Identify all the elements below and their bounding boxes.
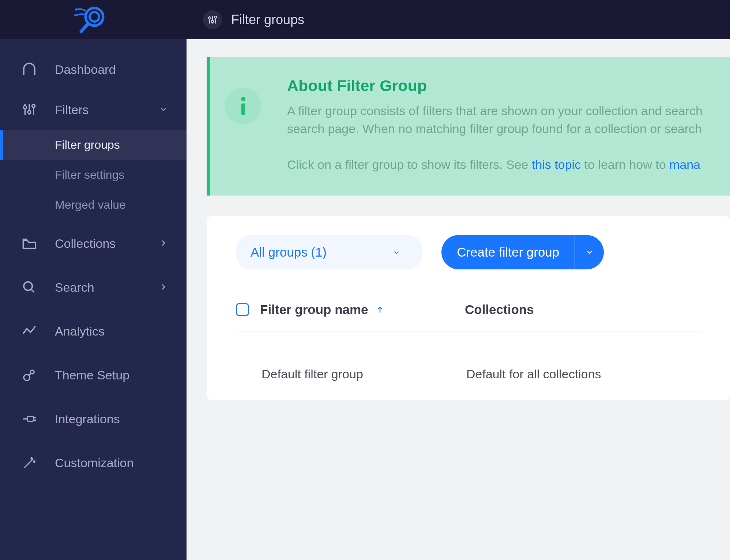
sidebar-item-label: Theme Setup (55, 368, 187, 382)
svg-point-12 (23, 106, 26, 109)
column-header-name[interactable]: Filter group name (260, 302, 465, 317)
info-text: search page. When no matching filter gro… (287, 120, 703, 138)
info-link-manage[interactable]: mana (669, 158, 700, 171)
dropdown-label: All groups (1) (251, 245, 327, 260)
svg-line-26 (25, 459, 33, 468)
main-content: About Filter Group A filter group consis… (187, 39, 730, 560)
theme-icon (22, 368, 55, 382)
sidebar-item-search[interactable]: Search (0, 267, 187, 307)
svg-point-3 (75, 8, 77, 11)
sidebar-item-dashboard[interactable]: Dashboard (0, 49, 187, 90)
sidebar-subitem-label: Filter settings (55, 168, 124, 182)
svg-line-18 (31, 289, 34, 292)
svg-line-21 (29, 373, 31, 375)
svg-point-6 (208, 17, 211, 19)
svg-point-19 (24, 374, 30, 381)
sidebar-item-label: Analytics (55, 324, 187, 338)
svg-point-14 (28, 111, 31, 114)
sidebar-item-label: Search (55, 280, 159, 295)
sidebar-item-label: Customization (55, 456, 187, 470)
chevron-right-icon (159, 280, 168, 295)
svg-point-16 (32, 105, 35, 107)
sidebar-item-theme-setup[interactable]: Theme Setup (0, 355, 187, 395)
info-link-topic[interactable]: this topic (532, 158, 581, 171)
search-icon (22, 280, 55, 295)
create-button-dropdown[interactable] (575, 235, 604, 269)
sidebar-subitem-label: Filter groups (55, 138, 120, 152)
sort-asc-icon (376, 302, 384, 317)
sidebar-subitem-filter-settings[interactable]: Filter settings (0, 160, 187, 190)
topbar: Filter groups (0, 0, 730, 39)
wand-icon (22, 455, 55, 470)
cell-collections: Default for all collections (466, 367, 601, 381)
column-header-collections[interactable]: Collections (465, 302, 534, 317)
sidebar-item-label: Integrations (55, 412, 187, 426)
folder-icon (22, 236, 55, 251)
table-row[interactable]: Default filter group Default for all col… (236, 332, 701, 381)
sidebar-item-label: Dashboard (55, 63, 187, 77)
info-icon (225, 88, 261, 124)
cell-filter-group-name: Default filter group (261, 367, 466, 381)
info-text: Click on a filter group to show its filt… (287, 156, 703, 174)
sidebar-subitem-merged-value[interactable]: Merged value (0, 190, 187, 220)
svg-line-2 (81, 24, 88, 31)
info-banner: About Filter Group A filter group consis… (207, 57, 730, 196)
svg-point-8 (211, 20, 214, 22)
filter-sliders-icon (203, 10, 222, 29)
sidebar-item-label: Collections (55, 237, 159, 251)
sidebar-subitem-label: Merged value (55, 198, 126, 212)
table-header: Filter group name Collections (236, 302, 701, 332)
plug-icon (22, 412, 55, 426)
svg-point-17 (24, 282, 32, 290)
sidebar-item-label: Filters (55, 103, 159, 117)
select-all-checkbox[interactable] (236, 303, 249, 316)
info-title: About Filter Group (287, 77, 703, 95)
sidebar-subitem-filter-groups[interactable]: Filter groups (0, 130, 187, 160)
create-button-label: Create filter group (441, 235, 575, 269)
filters-icon (22, 102, 55, 117)
svg-point-4 (74, 14, 76, 16)
info-text: A filter group consists of filters that … (287, 102, 703, 120)
svg-point-31 (241, 97, 245, 101)
groups-filter-dropdown[interactable]: All groups (1) (236, 235, 422, 269)
filter-groups-panel: All groups (1) Create filter group (207, 216, 730, 400)
sidebar-item-customization[interactable]: Customization (0, 443, 187, 483)
svg-point-1 (90, 12, 99, 22)
sidebar-item-analytics[interactable]: Analytics (0, 311, 187, 351)
svg-rect-32 (241, 103, 245, 115)
app-logo[interactable] (73, 4, 110, 34)
svg-point-10 (214, 16, 217, 18)
svg-rect-22 (27, 416, 34, 421)
dashboard-icon (22, 62, 55, 77)
sidebar-item-collections[interactable]: Collections (0, 223, 187, 264)
chevron-right-icon (159, 237, 168, 251)
chevron-down-icon (392, 245, 400, 260)
sidebar-item-filters[interactable]: Filters (0, 90, 187, 130)
page-title: Filter groups (231, 12, 304, 27)
analytics-icon (22, 324, 55, 338)
create-filter-group-button[interactable]: Create filter group (441, 235, 604, 269)
sidebar: Dashboard Filters Filter groups (0, 39, 187, 560)
chevron-down-icon (159, 103, 168, 117)
sidebar-item-integrations[interactable]: Integrations (0, 399, 187, 439)
